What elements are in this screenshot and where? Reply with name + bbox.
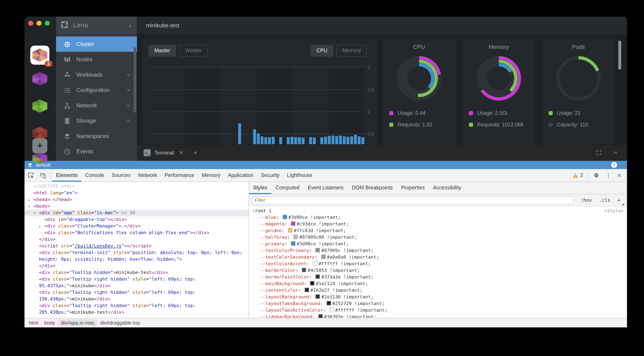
dom-node[interactable]: <script src="/build/LensDev.js"></script… <box>24 243 248 249</box>
cluster-icon-purple-green[interactable] <box>32 153 47 164</box>
expand-arrow-closed-icon[interactable]: ▶ <box>28 197 30 203</box>
chevron-down-icon[interactable] <box>126 87 131 93</box>
cluster-icon-red[interactable] <box>32 127 47 140</box>
sidebar-item-events[interactable]: Events <box>56 144 137 159</box>
styles-tab-event-listeners[interactable]: Event Listeners <box>304 182 348 194</box>
sidebar-item-namespaces[interactable]: Namespaces <box>56 129 137 144</box>
new-style-rule-button[interactable]: + <box>614 197 624 203</box>
css-variable-row[interactable]: --layoutTabsBackground: #252729 !importa… <box>252 301 624 307</box>
dom-node[interactable]: </div> <box>24 263 248 269</box>
styles-tab-computed[interactable]: Computed <box>272 182 304 194</box>
devtools-tab-performance[interactable]: Performance <box>161 170 198 181</box>
window-close-button[interactable] <box>28 21 33 26</box>
styles-tab-dom-breakpoints[interactable]: DOM Breakpoints <box>348 182 397 194</box>
expand-arrow-open-icon[interactable]: ▼ <box>28 203 30 210</box>
dom-node[interactable]: <div class="Tooltip right hidden" style=… <box>24 303 248 316</box>
css-variable-row[interactable]: --textColorAccent: #ffffff !important; <box>252 261 624 267</box>
css-variable-row[interactable]: --textColorPrimary: #87909c !important; <box>252 247 624 254</box>
css-variable-row[interactable]: --primary: #3d90ce !important; <box>252 241 624 247</box>
node-toggle-master-button[interactable]: Master <box>148 45 176 57</box>
color-swatch[interactable] <box>329 308 334 312</box>
settings-gear-icon[interactable] <box>593 172 600 178</box>
chevron-down-icon[interactable] <box>126 72 131 77</box>
color-swatch[interactable] <box>316 294 320 299</box>
inspect-element-icon[interactable] <box>27 172 35 180</box>
color-swatch[interactable] <box>318 314 323 318</box>
node-toggle-worker-button[interactable]: Worker <box>179 45 208 57</box>
css-variable-row[interactable]: --halfGray: #87909c80 !important; <box>252 234 624 241</box>
styles-rules[interactable]: <style> :root { --blue: #3d90ce !importa… <box>249 206 627 318</box>
terminal-collapse-icon[interactable] <box>612 150 619 156</box>
window-zoom-button[interactable] <box>45 21 50 26</box>
terminal-fullscreen-icon[interactable] <box>596 150 602 156</box>
dom-node[interactable]: <div class="Notifications flex column al… <box>24 230 248 236</box>
devtools-tab-console[interactable]: Console <box>81 170 108 181</box>
styles-tab-properties[interactable]: Properties <box>397 182 429 194</box>
css-variable-row[interactable]: --layoutBackground: #2e3136 !important; <box>252 294 624 301</box>
sidebar-item-nodes[interactable]: Nodes <box>56 52 137 67</box>
toggle-hov-button[interactable]: :hov <box>577 197 595 203</box>
chevron-down-icon[interactable] <box>126 118 131 124</box>
help-button[interactable]: ? <box>611 162 617 168</box>
css-variable-row[interactable]: --textColorSecondary: #a0a0a0 !important… <box>252 254 624 261</box>
style-source-link[interactable]: <style> <box>604 208 624 214</box>
elements-tree[interactable]: <!DOCTYPE html><html lang="en">▶<head>…<… <box>24 182 249 318</box>
css-variable-row[interactable]: --borderFaintColor: #373a3e !important; <box>252 274 624 281</box>
dom-node[interactable]: <div class="Tooltip right hidden" style=… <box>24 289 248 303</box>
devtools-tab-lighthouse[interactable]: Lighthouse <box>283 170 316 181</box>
color-swatch[interactable] <box>294 235 298 239</box>
color-swatch[interactable] <box>288 228 292 232</box>
color-swatch[interactable] <box>321 254 326 259</box>
terminal-tab[interactable]: Terminal <box>154 150 174 156</box>
color-swatch[interactable] <box>316 248 320 252</box>
dom-node[interactable]: </div> <box>24 236 248 243</box>
toggle-cls-button[interactable]: .cls <box>595 197 614 203</box>
sidebar-item-cluster[interactable]: Cluster <box>56 36 137 52</box>
color-swatch[interactable] <box>326 301 331 305</box>
color-swatch[interactable] <box>310 281 314 286</box>
color-swatch[interactable] <box>291 221 296 226</box>
dom-node[interactable]: <div id="draggable-top"></div> <box>24 216 248 223</box>
css-variable-row[interactable]: --contentColor: #262b2f !important; <box>252 287 624 294</box>
window-minimize-button[interactable] <box>36 21 42 26</box>
dom-node[interactable]: ▶<div class="ClusterManager">…</div> <box>24 223 248 230</box>
sidebar-scrollbar[interactable] <box>134 47 136 113</box>
dom-node[interactable]: <div class="Tooltip right hidden" style=… <box>24 276 248 289</box>
expand-arrow-open-icon[interactable]: ▼ <box>34 210 36 217</box>
devtools-tab-network[interactable]: Network <box>134 170 161 181</box>
color-swatch[interactable] <box>302 268 306 272</box>
dom-node-selected[interactable]: ⋯▼<div id="app" class="is-mac"> == $0 <box>24 210 248 216</box>
breadcrumb-item-div#draggable-top[interactable]: div#draggable-top <box>97 319 143 327</box>
color-swatch[interactable] <box>304 288 309 292</box>
devtools-close-icon[interactable]: ✕ <box>617 172 622 178</box>
devtools-tab-elements[interactable]: Elements <box>52 170 81 181</box>
metric-toggle-cpu-button[interactable]: CPU <box>310 45 333 57</box>
styles-tab-accessibility[interactable]: Accessibility <box>429 182 465 194</box>
metric-toggle-memory-button[interactable]: Memory <box>336 45 367 57</box>
dom-node[interactable]: <!DOCTYPE html> <box>24 183 248 190</box>
color-swatch[interactable] <box>282 215 287 219</box>
breadcrumb-item-div#app.is-mac[interactable]: div#app.is-mac <box>58 319 97 327</box>
dom-node[interactable]: <div class="Tooltip hidden">minikube-tes… <box>24 269 248 276</box>
cluster-icon-green[interactable] <box>32 99 47 113</box>
color-swatch[interactable] <box>316 274 320 279</box>
add-cluster-button[interactable]: + <box>32 138 47 153</box>
color-swatch[interactable] <box>291 241 296 246</box>
breadcrumb-item-body[interactable]: body <box>41 319 58 327</box>
css-variable-row[interactable]: --borderColor: #4c5053 !important; <box>252 267 624 274</box>
css-variable-row[interactable]: --blue: #3d90ce !important; <box>252 214 624 221</box>
devtools-tab-memory[interactable]: Memory <box>198 170 224 181</box>
console-warnings-badge[interactable]: 2 <box>572 172 583 178</box>
styles-filter-input[interactable] <box>252 196 574 204</box>
content-scrollbar[interactable] <box>618 41 621 70</box>
more-options-icon[interactable]: ⋮ <box>606 172 611 178</box>
devtools-tab-application[interactable]: Application <box>224 170 257 181</box>
sidebar-item-configuration[interactable]: Configuration <box>56 82 137 98</box>
cluster-icon-active[interactable]: 3 <box>30 46 50 65</box>
devtools-tab-sources[interactable]: Sources <box>108 170 134 181</box>
devtools-tab-security[interactable]: Security <box>257 170 283 181</box>
breadcrumb-item-html[interactable]: html <box>26 319 41 327</box>
device-toolbar-icon[interactable] <box>39 172 47 180</box>
css-variable-row[interactable]: --mainBackground: #1e2124 !important; <box>252 281 624 287</box>
terminal-close-icon[interactable]: ✕ <box>179 150 184 156</box>
